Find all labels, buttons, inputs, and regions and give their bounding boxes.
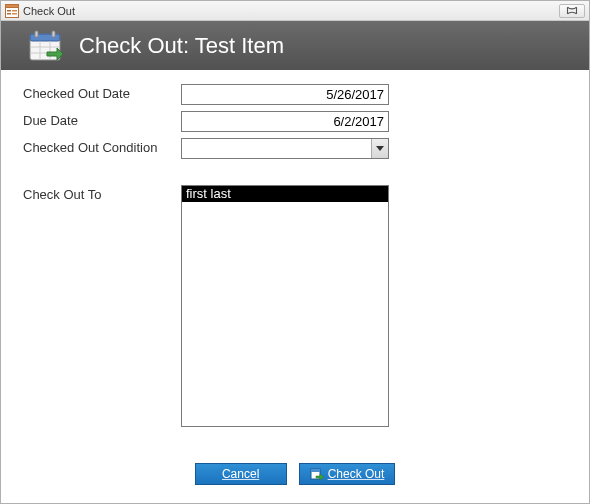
cancel-button-label: Cancel — [222, 467, 259, 481]
svg-rect-1 — [6, 4, 19, 7]
svg-rect-15 — [311, 469, 320, 472]
due-date-input[interactable] — [181, 111, 389, 132]
button-row: Cancel Check Out — [1, 451, 589, 503]
svg-rect-5 — [12, 13, 17, 15]
condition-input[interactable] — [181, 138, 389, 159]
access-form-icon — [5, 4, 19, 18]
condition-label: Checked Out Condition — [23, 138, 181, 155]
checked-out-date-input[interactable] — [181, 84, 389, 105]
row-checked-out-date: Checked Out Date — [23, 84, 567, 105]
dialog-header: Check Out: Test Item — [1, 21, 589, 70]
checked-out-date-label: Checked Out Date — [23, 84, 181, 101]
row-condition: Checked Out Condition — [23, 138, 567, 159]
row-check-out-to: Check Out To first last — [23, 185, 567, 427]
row-due-date: Due Date — [23, 111, 567, 132]
close-button[interactable] — [559, 4, 585, 18]
svg-rect-9 — [52, 31, 55, 37]
svg-rect-4 — [12, 10, 17, 12]
condition-dropdown-button[interactable] — [371, 139, 388, 158]
check-out-button[interactable]: Check Out — [299, 463, 396, 485]
svg-rect-8 — [35, 31, 38, 37]
dialog-window: Check Out Check Out: Test Item — [0, 0, 590, 504]
close-icon — [566, 6, 578, 15]
calendar-checkout-icon — [27, 28, 65, 64]
svg-rect-3 — [7, 13, 11, 15]
dialog-title: Check Out: Test Item — [79, 33, 284, 59]
form-body: Checked Out Date Due Date Checked Out Co… — [1, 70, 589, 451]
chevron-down-icon — [376, 146, 384, 152]
due-date-label: Due Date — [23, 111, 181, 128]
window-title: Check Out — [23, 5, 559, 17]
condition-combobox[interactable] — [181, 138, 389, 159]
svg-rect-2 — [7, 10, 11, 12]
check-out-to-label: Check Out To — [23, 185, 181, 202]
titlebar: Check Out — [1, 1, 589, 21]
cancel-button[interactable]: Cancel — [195, 463, 287, 485]
checkout-action-icon — [310, 467, 324, 481]
contacts-listbox[interactable]: first last — [181, 185, 389, 427]
list-item[interactable]: first last — [182, 186, 388, 202]
check-out-button-label: Check Out — [328, 467, 385, 481]
spacer — [23, 165, 567, 185]
